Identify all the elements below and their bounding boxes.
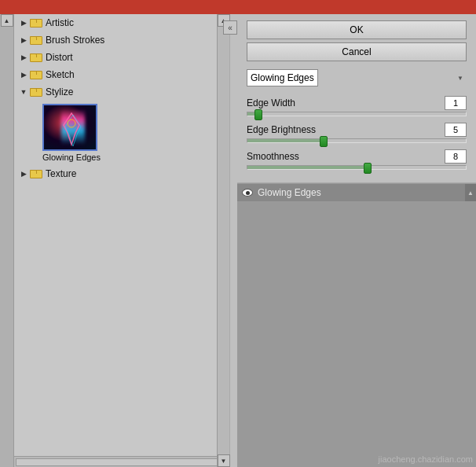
- tree-item-brushstrokes[interactable]: ▶ Brush Strokes: [14, 31, 229, 49]
- edge-width-thumb[interactable]: [254, 109, 262, 120]
- eye-pupil: [246, 191, 250, 195]
- edge-width-label: Edge Width: [247, 97, 295, 108]
- right-panel: OK Cancel Glowing Edges ▼ Edge Width: [237, 14, 476, 467]
- tree-item-texture[interactable]: ▶ Texture: [14, 165, 229, 182]
- expand-arrow-sketch: ▶: [19, 70, 28, 79]
- edge-brightness-track[interactable]: [247, 138, 467, 143]
- tree-item-artistic[interactable]: ▶ Artistic: [14, 14, 229, 31]
- left-scroll-panel: ▲: [0, 14, 14, 467]
- tree-vertical-scrollbar[interactable]: ▲ ▼: [217, 14, 229, 467]
- expand-arrow-stylize: ▼: [19, 87, 28, 97]
- tree-label-stylize: Stylize: [46, 86, 73, 97]
- folder-icon-texture: [30, 169, 42, 178]
- folder-icon-sketch: [30, 70, 42, 79]
- smoothness-fill: [247, 166, 368, 169]
- expand-arrow-artistic: ▶: [19, 18, 28, 28]
- bottom-preview-area: [237, 201, 476, 467]
- bottom-panel-title: Glowing Edges: [258, 187, 321, 198]
- tree-label-texture: Texture: [46, 168, 76, 179]
- filter-select[interactable]: Glowing Edges: [247, 69, 318, 86]
- svg-point-0: [68, 120, 75, 127]
- scroll-up-arrow[interactable]: ▲: [1, 14, 13, 27]
- tree-label-distort: Distort: [46, 52, 73, 63]
- chevron-down-icon: ▼: [457, 75, 463, 82]
- smoothness-thumb[interactable]: [364, 163, 372, 174]
- tree-item-stylize[interactable]: ▼ Stylize: [14, 83, 229, 101]
- expand-arrow-brushstrokes: ▶: [19, 35, 28, 45]
- edge-width-value[interactable]: [445, 96, 467, 110]
- edge-brightness-thumb[interactable]: [320, 136, 328, 147]
- folder-icon-distort: [30, 53, 42, 62]
- glowing-edges-thumbnail[interactable]: [42, 104, 97, 151]
- action-buttons: OK Cancel: [247, 20, 467, 61]
- smoothness-value[interactable]: [445, 149, 467, 164]
- folder-icon-artistic: [30, 18, 42, 28]
- tree-label-sketch: Sketch: [46, 69, 75, 80]
- filter-dropdown-container: Glowing Edges ▼: [247, 69, 467, 86]
- folder-icon-brushstrokes: [30, 35, 42, 45]
- edge-brightness-value[interactable]: [445, 123, 467, 137]
- visibility-eye-icon[interactable]: [242, 189, 253, 197]
- edge-width-group: Edge Width: [247, 96, 467, 116]
- title-bar: [0, 0, 476, 14]
- thumbnail-area[interactable]: Glowing Edges: [36, 101, 229, 165]
- ok-button[interactable]: OK: [247, 20, 467, 39]
- edge-brightness-label: Edge Brightness: [247, 124, 316, 135]
- cancel-button[interactable]: Cancel: [247, 42, 467, 61]
- smoothness-group: Smoothness: [247, 149, 467, 170]
- double-chevron-icon: «: [228, 24, 233, 32]
- edge-brightness-group: Edge Brightness: [247, 123, 467, 143]
- filter-select-wrapper: Glowing Edges ▼: [247, 69, 467, 86]
- tree-label-brushstrokes: Brush Strokes: [46, 35, 104, 46]
- tree-item-sketch[interactable]: ▶ Sketch: [14, 66, 229, 83]
- bottom-scroll-right: ▲: [465, 184, 476, 201]
- tree-item-distort[interactable]: ▶ Distort: [14, 49, 229, 66]
- tree-label-artistic: Artistic: [46, 17, 74, 28]
- tree-content: ▶ Artistic ▶ Brush Strokes ▶ Distort ▶ S…: [14, 14, 229, 456]
- thumbnail-label: Glowing Edges: [42, 153, 101, 162]
- bottom-preview-panel: Glowing Edges ▲: [237, 183, 476, 467]
- edge-brightness-row: Edge Brightness: [247, 123, 467, 137]
- edge-width-row: Edge Width: [247, 96, 467, 110]
- folder-icon-stylize: [30, 87, 42, 97]
- smoothness-track[interactable]: [247, 165, 467, 170]
- tree-scroll-down[interactable]: ▼: [218, 454, 230, 467]
- expand-arrow-distort: ▶: [19, 53, 28, 62]
- filter-tree-panel: ▶ Artistic ▶ Brush Strokes ▶ Distort ▶ S…: [14, 14, 230, 467]
- smoothness-row: Smoothness: [247, 149, 467, 164]
- expand-arrow-texture: ▶: [19, 169, 28, 178]
- collapse-panels-button[interactable]: «: [223, 20, 237, 35]
- smoothness-label: Smoothness: [247, 151, 299, 162]
- edge-width-track[interactable]: [247, 112, 467, 116]
- main-container: ▲ ▶ Artistic ▶ Brush Strokes ▶ Distort ▶: [0, 14, 476, 467]
- tree-horizontal-scrollbar[interactable]: [14, 456, 229, 467]
- edge-brightness-fill: [247, 139, 324, 142]
- hscroll-thumb[interactable]: [16, 458, 228, 466]
- thumbnail-image: [44, 105, 96, 149]
- controls-area: OK Cancel Glowing Edges ▼ Edge Width: [237, 14, 476, 183]
- thumbnail-svg: [52, 109, 91, 149]
- bottom-panel-header: Glowing Edges ▲: [237, 184, 476, 201]
